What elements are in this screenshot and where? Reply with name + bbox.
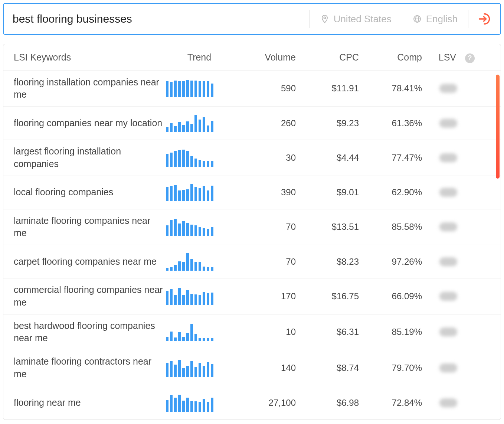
keyword-cell: flooring near me [14, 397, 166, 409]
volume-cell: 390 [233, 187, 296, 198]
volume-cell: 260 [233, 118, 296, 128]
help-icon[interactable]: ? [465, 53, 475, 63]
cpc-cell: $8.23 [296, 257, 359, 267]
trend-sparkline [166, 149, 233, 167]
keyword-cell: flooring installation companies near me [14, 76, 166, 101]
lsv-blurred-value [439, 119, 457, 128]
cpc-cell: $6.98 [296, 398, 359, 408]
column-comp[interactable]: Comp [359, 52, 422, 63]
comp-cell: 61.36% [359, 118, 422, 128]
pin-icon [320, 14, 329, 24]
column-volume[interactable]: Volume [233, 52, 296, 63]
column-keywords[interactable]: LSI Keywords [14, 52, 166, 63]
trend-sparkline [166, 287, 233, 305]
keyword-cell: local flooring companies [14, 186, 166, 199]
cpc-cell: $16.75 [296, 291, 359, 301]
trend-sparkline [166, 218, 233, 236]
table-header: LSI Keywords Trend Volume CPC Comp LSV ? [3, 44, 501, 71]
keyword-cell: largest flooring installation companies [14, 145, 166, 170]
cpc-cell: $8.74 [296, 363, 359, 373]
lsv-blurred-value [439, 292, 457, 301]
lsv-blurred-value [439, 222, 457, 231]
lsv-cell [422, 398, 475, 407]
lsv-blurred-value [439, 327, 457, 336]
lsv-cell [422, 84, 475, 93]
column-trend[interactable]: Trend [166, 52, 233, 63]
table-row[interactable]: commercial flooring companies near me170… [3, 278, 501, 314]
location-selector[interactable]: United States [310, 13, 402, 25]
keyword-cell: best hardwood flooring companies near me [14, 320, 166, 345]
trend-sparkline [166, 183, 233, 201]
keyword-cell: laminate flooring contractors near me [14, 355, 166, 381]
submit-button[interactable] [477, 12, 491, 26]
cpc-cell: $6.31 [296, 327, 359, 337]
comp-cell: 78.41% [359, 83, 422, 94]
lsv-cell [422, 363, 475, 372]
keyword-cell: commercial flooring companies near me [14, 284, 166, 309]
volume-cell: 140 [233, 363, 296, 373]
lsv-cell [422, 327, 475, 336]
trend-sparkline [166, 79, 233, 97]
lsv-blurred-value [439, 363, 457, 372]
lsv-blurred-value [439, 398, 457, 407]
svg-point-0 [324, 17, 325, 19]
lsv-cell [422, 222, 475, 231]
table-row[interactable]: flooring companies near my location260$9… [3, 107, 501, 140]
lsv-cell [422, 153, 475, 162]
table-row[interactable]: flooring near me27,100$6.9872.84% [3, 386, 501, 420]
search-input[interactable] [13, 13, 310, 25]
comp-cell: 97.26% [359, 257, 422, 267]
trend-sparkline [166, 323, 233, 341]
volume-cell: 70 [233, 222, 296, 232]
trend-sparkline [166, 114, 233, 132]
comp-cell: 62.90% [359, 187, 422, 198]
lsv-blurred-value [439, 188, 457, 197]
cpc-cell: $9.23 [296, 118, 359, 128]
volume-cell: 10 [233, 327, 296, 337]
location-label: United States [334, 13, 392, 25]
comp-cell: 77.47% [359, 153, 422, 163]
column-cpc[interactable]: CPC [296, 52, 359, 63]
scrollbar-thumb[interactable] [496, 75, 500, 179]
keyword-cell: flooring companies near my location [14, 117, 166, 130]
enter-arrow-icon [478, 12, 491, 26]
results-panel: LSI Keywords Trend Volume CPC Comp LSV ?… [3, 44, 501, 420]
language-selector[interactable]: English [402, 13, 468, 25]
lsv-cell [422, 119, 475, 128]
volume-cell: 30 [233, 153, 296, 163]
language-label: English [426, 13, 458, 25]
keyword-cell: laminate flooring companies near me [14, 215, 166, 240]
table-body: flooring installation companies near me5… [3, 71, 501, 420]
table-row[interactable]: largest flooring installation companies3… [3, 140, 501, 176]
help-cell: ? [456, 52, 475, 63]
lsv-cell [422, 257, 475, 266]
lsv-blurred-value [439, 84, 457, 93]
comp-cell: 85.58% [359, 222, 422, 232]
trend-sparkline [166, 394, 233, 412]
comp-cell: 66.09% [359, 291, 422, 301]
table-row[interactable]: laminate flooring contractors near me140… [3, 350, 501, 386]
comp-cell: 72.84% [359, 398, 422, 408]
cpc-cell: $4.44 [296, 153, 359, 163]
table-row[interactable]: laminate flooring companies near me70$13… [3, 209, 501, 245]
globe-icon [413, 14, 422, 24]
lsv-cell [422, 188, 475, 197]
lsv-blurred-value [439, 257, 457, 266]
volume-cell: 590 [233, 83, 296, 94]
volume-cell: 170 [233, 291, 296, 301]
comp-cell: 79.70% [359, 363, 422, 373]
table-row[interactable]: best hardwood flooring companies near me… [3, 314, 501, 350]
cpc-cell: $11.91 [296, 83, 359, 94]
lsv-blurred-value [439, 153, 457, 162]
table-row[interactable]: flooring installation companies near me5… [3, 71, 501, 107]
volume-cell: 70 [233, 257, 296, 267]
table-row[interactable]: carpet flooring companies near me70$8.23… [3, 245, 501, 278]
cpc-cell: $9.01 [296, 187, 359, 198]
comp-cell: 85.19% [359, 327, 422, 337]
lsv-cell [422, 292, 475, 301]
table-row[interactable]: local flooring companies390$9.0162.90% [3, 176, 501, 209]
trend-sparkline [166, 359, 233, 377]
keyword-cell: carpet flooring companies near me [14, 255, 166, 268]
search-bar: United States English [3, 3, 501, 35]
column-lsv[interactable]: LSV [422, 52, 456, 63]
